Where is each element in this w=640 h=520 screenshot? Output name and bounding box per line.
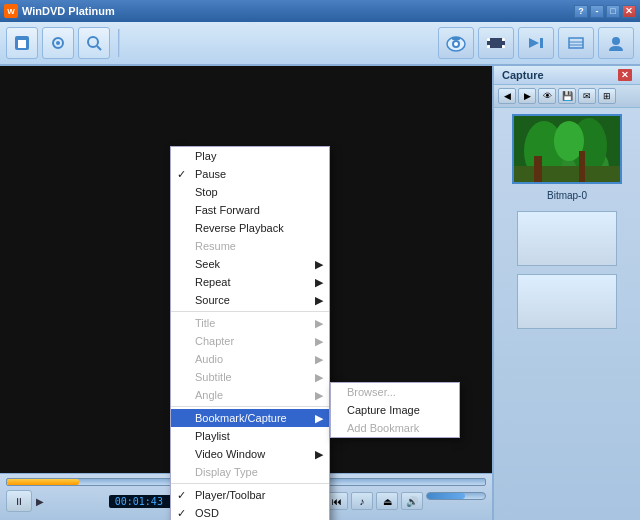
menu-player-toolbar[interactable]: ✓ Player/Toolbar — [171, 486, 329, 504]
capture-header: Capture ✕ — [494, 66, 640, 85]
film-button[interactable] — [478, 27, 514, 59]
app-icon: W — [4, 4, 18, 18]
subtitle-arrow: ▶ — [315, 371, 323, 384]
menu-source[interactable]: Source▶ — [171, 291, 329, 309]
separator-1 — [171, 311, 329, 312]
edit-button[interactable] — [558, 27, 594, 59]
bookmark-arrow: ▶ — [315, 412, 323, 425]
thumbnail-image — [514, 116, 620, 182]
svg-rect-11 — [487, 38, 490, 41]
svg-point-20 — [612, 37, 620, 45]
separator-2 — [171, 406, 329, 407]
cap-grid-btn[interactable]: ⊞ — [598, 88, 616, 104]
submenu-capture-image[interactable]: Capture Image — [331, 401, 459, 419]
separator-3 — [171, 483, 329, 484]
svg-rect-26 — [514, 166, 622, 184]
mute-btn[interactable]: 🔊 — [401, 492, 423, 510]
capture-title: Capture — [502, 69, 544, 81]
repeat-arrow: ▶ — [315, 276, 323, 289]
thumbnail-label: Bitmap-0 — [494, 190, 640, 201]
menu-display-type: Display Type — [171, 463, 329, 481]
seek-arrow: ▶ — [315, 258, 323, 271]
profile-button[interactable] — [598, 27, 634, 59]
svg-point-8 — [454, 42, 458, 46]
menu-resume: Resume — [171, 237, 329, 255]
menu-repeat[interactable]: Repeat▶ — [171, 273, 329, 291]
menu-play[interactable]: Play — [171, 147, 329, 165]
audio-arrow: ▶ — [315, 353, 323, 366]
next-button[interactable] — [518, 27, 554, 59]
videowindow-arrow: ▶ — [315, 448, 323, 461]
menu-bookmark-capture[interactable]: Bookmark/Capture▶ — [171, 409, 329, 427]
player-check: ✓ — [177, 489, 186, 502]
menu-angle: Angle▶ — [171, 386, 329, 404]
svg-marker-15 — [529, 38, 539, 48]
submenu-browser: Browser... — [331, 383, 459, 401]
minimize-btn[interactable]: - — [590, 5, 604, 18]
chapter-arrow: ▶ — [315, 335, 323, 348]
menu-reverse-playback[interactable]: Reverse Playback — [171, 219, 329, 237]
menu-audio: Audio▶ — [171, 350, 329, 368]
svg-rect-14 — [502, 45, 505, 48]
play-pause-btn[interactable]: ⏸ — [6, 490, 32, 512]
eject-btn[interactable]: ⏏ — [376, 492, 398, 510]
main-area: WinDVD interVideo® Play ✓ Pause Stop Fas… — [0, 66, 640, 520]
menu-seek[interactable]: Seek▶ — [171, 255, 329, 273]
title-arrow: ▶ — [315, 317, 323, 330]
capture-toolbar: ◀ ▶ 👁 💾 ✉ ⊞ — [494, 85, 640, 108]
svg-rect-9 — [452, 37, 460, 40]
bottom-icons: ⏮ ♪ ⏏ 🔊 — [326, 492, 486, 510]
menu-osd[interactable]: ✓ OSD — [171, 504, 329, 520]
svg-rect-1 — [18, 40, 26, 48]
cap-prev-btn[interactable]: ◀ — [498, 88, 516, 104]
cap-view-btn[interactable]: 👁 — [538, 88, 556, 104]
thumbnail-slot-2[interactable] — [517, 274, 617, 329]
video-area: WinDVD interVideo® Play ✓ Pause Stop Fas… — [0, 66, 492, 520]
pause-check: ✓ — [177, 168, 186, 181]
volume-slider[interactable] — [426, 492, 486, 500]
search-button[interactable] — [78, 27, 110, 59]
submenu-add-bookmark: Add Bookmark — [331, 419, 459, 437]
camera-button[interactable] — [438, 27, 474, 59]
menu-playlist[interactable]: Playlist — [171, 427, 329, 445]
music-btn[interactable]: ♪ — [351, 492, 373, 510]
source-arrow: ▶ — [315, 294, 323, 307]
svg-rect-12 — [487, 45, 490, 48]
menu-video-window[interactable]: Video Window▶ — [171, 445, 329, 463]
toolbar-separator-1 — [118, 29, 120, 57]
main-thumbnail[interactable] — [512, 114, 622, 184]
menu-stop[interactable]: Stop — [171, 183, 329, 201]
cap-email-btn[interactable]: ✉ — [578, 88, 596, 104]
progress-fill — [7, 479, 79, 485]
help-btn[interactable]: ? — [574, 5, 588, 18]
thumbnail-slot-1[interactable] — [517, 211, 617, 266]
context-menu: Play ✓ Pause Stop Fast Forward Reverse P… — [170, 146, 330, 520]
menu-chapter: Chapter▶ — [171, 332, 329, 350]
title-bar: W WinDVD Platinum ? - □ ✕ — [0, 0, 640, 22]
settings-button[interactable] — [42, 27, 74, 59]
svg-rect-28 — [579, 151, 585, 184]
svg-line-5 — [97, 46, 101, 50]
svg-rect-13 — [502, 38, 505, 41]
restore-btn[interactable]: □ — [606, 5, 620, 18]
window-title: WinDVD Platinum — [22, 5, 574, 17]
toolbar — [0, 22, 640, 66]
capture-close-btn[interactable]: ✕ — [618, 69, 632, 81]
angle-arrow: ▶ — [315, 389, 323, 402]
home-button[interactable] — [6, 27, 38, 59]
menu-pause[interactable]: ✓ Pause — [171, 165, 329, 183]
volume-fill — [427, 493, 465, 499]
svg-rect-17 — [569, 38, 583, 48]
time-marker: ▶ — [36, 496, 44, 507]
window-controls: ? - □ ✕ — [574, 5, 636, 18]
bookmark-submenu: Browser... Capture Image Add Bookmark — [330, 382, 460, 438]
capture-panel: Capture ✕ ◀ ▶ 👁 💾 ✉ ⊞ — [492, 66, 640, 520]
video-screen: Play ✓ Pause Stop Fast Forward Reverse P… — [0, 66, 492, 473]
svg-rect-16 — [540, 38, 543, 48]
cap-save-btn[interactable]: 💾 — [558, 88, 576, 104]
close-btn[interactable]: ✕ — [622, 5, 636, 18]
svg-rect-27 — [534, 156, 542, 184]
menu-fast-forward[interactable]: Fast Forward — [171, 201, 329, 219]
cap-next-btn[interactable]: ▶ — [518, 88, 536, 104]
toolbar-right — [438, 27, 634, 59]
